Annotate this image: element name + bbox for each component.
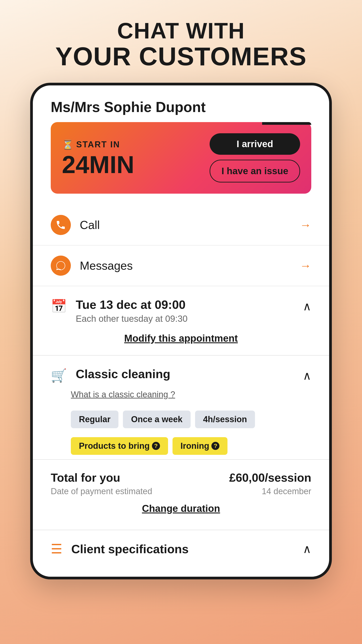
appointment-section-header[interactable]: 📅 Tue 13 dec at 09:00 Each other tuesday… (33, 286, 329, 330)
cleaning-content: Classic cleaning (76, 367, 298, 381)
messages-label: Messages (80, 259, 300, 272)
call-icon-circle (51, 215, 71, 235)
start-in-row: ⏳ START IN (62, 139, 134, 150)
tag-once-a-week: Once a week (123, 410, 190, 428)
title-line1: CHAT WITH (55, 18, 307, 44)
ironing-question-icon: ? (211, 442, 219, 450)
total-label: Total for you (51, 471, 120, 484)
appointment-date: Tue 13 dec at 09:00 (76, 298, 298, 312)
tag-ironing[interactable]: Ironing ? (173, 437, 228, 455)
title-line2: YOUR CUSTOMERS (55, 44, 307, 69)
timer-buttons: I arrived I have an issue (210, 133, 300, 182)
timer-left: ⏳ START IN 24MIN (62, 139, 134, 177)
cleaning-chevron: ∧ (303, 369, 311, 382)
change-duration-link[interactable]: Change duration (51, 496, 311, 525)
gray-tags-row: Regular Once a week 4h/session (33, 406, 329, 433)
start-in-text: START IN (76, 140, 120, 149)
cart-icon: 🛒 (51, 368, 67, 383)
timer-value: 24MIN (62, 152, 134, 177)
tag-products[interactable]: Products to bring ? (71, 437, 168, 455)
messages-icon-circle (51, 256, 71, 276)
client-specs-title: Client specifications (71, 542, 303, 556)
messages-arrow: → (300, 259, 311, 272)
calendar-icon: 📅 (51, 298, 67, 314)
appointment-recurrence: Each other tuesday at 09:30 (76, 314, 298, 324)
call-arrow: → (300, 218, 311, 232)
customer-name: Ms/Mrs Sophie Dupont (33, 86, 329, 122)
phone-icon (55, 220, 66, 230)
tag-4h-session: 4h/session (195, 410, 255, 428)
call-label: Call (80, 218, 300, 232)
issue-button[interactable]: I have an issue (210, 160, 300, 182)
appointment-chevron: ∧ (303, 300, 311, 313)
total-amount: £60,00/session (229, 471, 311, 484)
appointment-content: Tue 13 dec at 09:00 Each other tuesday a… (76, 298, 298, 324)
total-section: Total for you £60,00/session Date of pay… (33, 459, 329, 530)
message-icon (55, 260, 66, 271)
hourglass-icon: ⏳ (62, 139, 73, 150)
cleaning-section-header[interactable]: 🛒 Classic cleaning ∧ (33, 356, 329, 390)
cleaning-section: 🛒 Classic cleaning ∧ What is a classic c… (33, 355, 329, 459)
tag-regular: Regular (71, 410, 118, 428)
client-section: ☰ Client specifications ∧ (33, 530, 329, 563)
payment-label: Date of payment estimated (51, 486, 152, 496)
client-specs-chevron: ∧ (303, 542, 311, 556)
payment-date: 14 december (262, 486, 311, 496)
cleaning-title: Classic cleaning (76, 367, 298, 381)
payment-date-row: Date of payment estimated 14 december (51, 486, 311, 496)
messages-item[interactable]: Messages → (33, 246, 329, 286)
call-item[interactable]: Call → (33, 205, 329, 246)
page-title: CHAT WITH YOUR CUSTOMERS (55, 18, 307, 69)
phone-frame: Ms/Mrs Sophie Dupont ⏳ START IN 24MIN I … (30, 83, 332, 580)
products-question-icon: ? (152, 442, 160, 450)
total-row: Total for you £60,00/session (51, 471, 311, 484)
arrived-button[interactable]: I arrived (210, 133, 300, 155)
timer-card: ⏳ START IN 24MIN I arrived I have an iss… (51, 122, 311, 194)
yellow-tags-row: Products to bring ? Ironing ? (33, 433, 329, 459)
client-specs-icon: ☰ (51, 541, 62, 556)
what-is-cleaning-link[interactable]: What is a classic cleaning ? (33, 390, 329, 406)
modify-appointment-link[interactable]: Modify this appointment (33, 330, 329, 355)
ironing-label: Ironing (181, 441, 209, 451)
products-label: Products to bring (79, 441, 150, 451)
client-section-header[interactable]: ☰ Client specifications ∧ (33, 530, 329, 563)
